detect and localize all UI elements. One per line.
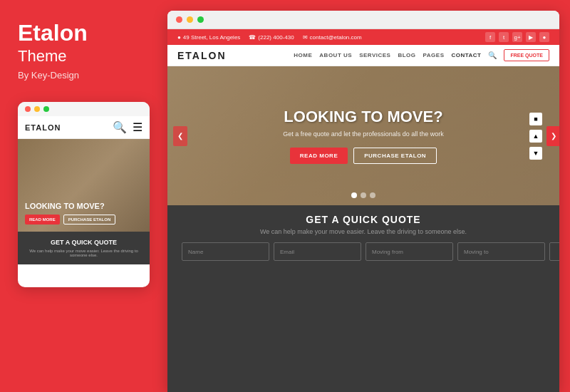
quote-title: GET A QUICK QUOTE (182, 214, 545, 225)
desktop-browser-mockup: ● 49 Street, Los Angeles ☎ (222) 400-430… (167, 11, 559, 392)
mobile-dot-green (43, 106, 49, 112)
site-hero: ❮ LOOKING TO MOVE? Get a free quote and … (167, 66, 559, 205)
nav-contact[interactable]: CONTACT (451, 52, 481, 58)
hero-dot-2[interactable] (361, 192, 366, 198)
site-nav: ETALON HOME ABOUT US SERVICES BLOG PAGES… (167, 45, 559, 66)
hero-prev-button[interactable]: ❮ (173, 126, 187, 146)
mobile-nav-icons: 🔍 ☰ (113, 120, 142, 134)
nav-about[interactable]: ABOUT US (319, 52, 352, 58)
hero-subtitle: Get a free quote and let the professiona… (283, 130, 444, 138)
phone-icon: ☎ (249, 34, 256, 41)
topbar-left: ● 49 Street, Los Angeles ☎ (222) 400-430… (177, 34, 362, 41)
mobile-menu-icon[interactable]: ☰ (133, 120, 142, 134)
mobile-search-icon[interactable]: 🔍 (113, 120, 127, 134)
quote-subtitle: We can help make your move easier. Leave… (182, 228, 545, 235)
mobile-hero-buttons: READ MORE PURCHASE ETALON (25, 215, 142, 225)
quote-form: SUBMIT (182, 242, 545, 261)
site-logo: ETALON (177, 50, 227, 61)
hero-read-more-button[interactable]: READ MORE (290, 148, 348, 164)
site-menu: HOME ABOUT US SERVICES BLOG PAGES CONTAC… (294, 49, 549, 61)
mobile-dot-red (25, 106, 31, 112)
mobile-dot-yellow (34, 106, 40, 112)
location-icon: ● (177, 34, 181, 41)
hero-title: LOOKING TO MOVE? (283, 108, 444, 126)
twitter-icon[interactable]: t (499, 32, 509, 42)
browser-dot-yellow (187, 16, 193, 23)
email-input[interactable] (274, 242, 361, 261)
quote-section: GET A QUICK QUOTE We can help make your … (167, 205, 559, 392)
mobile-browser-chrome (18, 102, 150, 116)
date-input[interactable] (549, 242, 559, 261)
left-panel: Etalon Theme By Key-Design ETALON 🔍 ☰ LO… (0, 0, 167, 392)
hero-dot-1[interactable] (351, 192, 357, 198)
mobile-read-more-button[interactable]: READ MORE (25, 215, 60, 225)
topbar-address: ● 49 Street, Los Angeles (177, 34, 240, 41)
topbar-social: f t g+ ▶ ● (485, 32, 549, 42)
brand-block: Etalon Theme By Key-Design (18, 21, 150, 81)
topbar-phone: ☎ (222) 400-430 (249, 34, 294, 41)
mobile-purchase-button[interactable]: PURCHASE ETALON (63, 215, 116, 225)
browser-chrome (167, 11, 559, 29)
site-topbar: ● 49 Street, Los Angeles ☎ (222) 400-430… (167, 29, 559, 45)
nav-pages[interactable]: PAGES (423, 52, 445, 58)
topbar-email: ✉ contact@etalon.com (303, 34, 362, 41)
hero-content: LOOKING TO MOVE? Get a free quote and le… (283, 108, 444, 164)
moving-from-input[interactable] (366, 242, 453, 261)
mobile-nav: ETALON 🔍 ☰ (18, 116, 150, 139)
mobile-nav-logo: ETALON (25, 123, 61, 132)
mobile-hero-title: LOOKING TO MOVE? (25, 202, 142, 210)
hero-purchase-button[interactable]: PURCHASE ETALON (353, 148, 437, 164)
mobile-quote-text: We can help make your move easier. Leave… (25, 249, 142, 257)
youtube-icon[interactable]: ▶ (526, 32, 536, 42)
hero-buttons: READ MORE PURCHASE ETALON (283, 148, 444, 164)
nav-blog[interactable]: BLOG (398, 52, 415, 58)
hero-next-button[interactable]: ❯ (546, 126, 559, 146)
hero-side-icons: ■ ▲ ▼ (529, 113, 542, 160)
side-icon-3: ▼ (529, 147, 542, 160)
hero-dot-3[interactable] (370, 192, 375, 198)
nav-services[interactable]: SERVICES (359, 52, 390, 58)
side-icon-2: ▲ (529, 130, 542, 143)
mobile-quote-section: GET A QUICK QUOTE We can help make your … (18, 232, 150, 264)
facebook-icon[interactable]: f (485, 32, 495, 42)
hero-dots (351, 192, 375, 198)
desktop-site: ● 49 Street, Los Angeles ☎ (222) 400-430… (167, 29, 559, 392)
mobile-mockup: ETALON 🔍 ☰ LOOKING TO MOVE? READ MORE PU… (18, 102, 150, 287)
nav-home[interactable]: HOME (294, 52, 312, 58)
mobile-hero: LOOKING TO MOVE? READ MORE PURCHASE ETAL… (18, 139, 150, 232)
brand-by: By Key-Design (18, 70, 150, 81)
googleplus-icon[interactable]: g+ (512, 32, 522, 42)
browser-dot-red (176, 16, 182, 23)
brand-title: Etalon (18, 21, 150, 44)
brand-subtitle: Theme (18, 47, 150, 66)
mobile-hero-content: LOOKING TO MOVE? READ MORE PURCHASE ETAL… (25, 202, 142, 225)
name-input[interactable] (182, 242, 269, 261)
side-icon-1: ■ (529, 113, 542, 125)
moving-to-input[interactable] (457, 242, 545, 261)
email-icon: ✉ (303, 34, 308, 41)
free-quote-button[interactable]: FREE QUOTE (504, 49, 549, 61)
search-icon[interactable]: 🔍 (488, 51, 497, 59)
rss-icon[interactable]: ● (539, 32, 549, 42)
mobile-quote-title: GET A QUICK QUOTE (25, 239, 142, 246)
browser-dot-green (197, 16, 204, 23)
